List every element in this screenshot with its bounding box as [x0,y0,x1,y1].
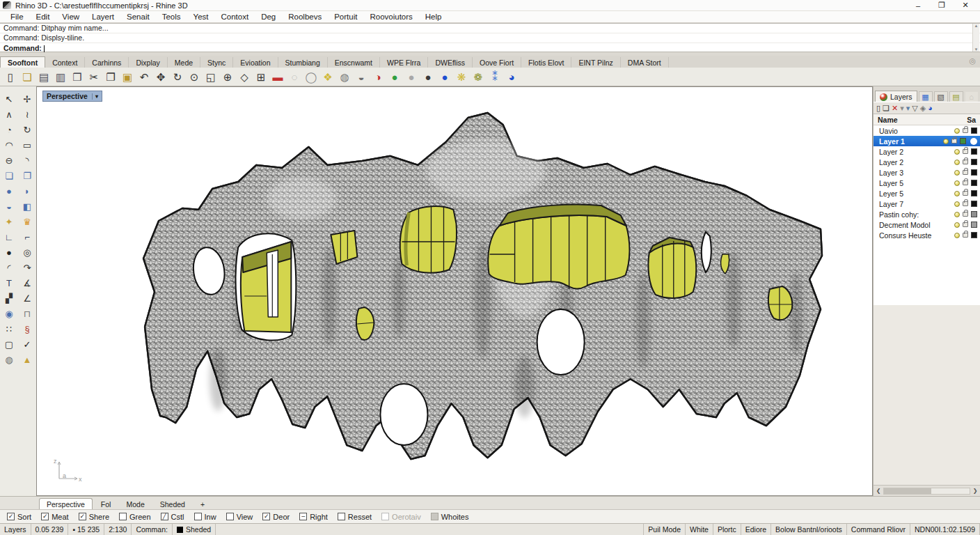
collapse-icon[interactable]: ▾ [900,104,904,112]
bulb-icon[interactable] [954,128,960,134]
display-option[interactable]: Deor [262,513,290,521]
faded-tab-icon[interactable]: ⌂ [965,91,979,102]
ribbon-tab[interactable]: EINT Pilnz [571,57,620,68]
chevron-down-icon[interactable]: ▾ [92,93,98,100]
surface-corner-icon[interactable]: ❐ [18,169,36,183]
bulb-icon[interactable] [954,222,960,228]
bulb-icon[interactable] [954,170,960,176]
dark-sphere-icon[interactable]: ● [420,70,436,84]
panel-h-scrollbar[interactable]: ❮ ❯ [874,485,980,496]
ribbon-tab[interactable]: Stumbiang [278,57,328,68]
layer-color-swatch[interactable] [971,148,977,155]
spotlight-yellow-icon[interactable]: ✦ [0,215,18,229]
bulb-icon[interactable] [954,180,960,186]
gray-sphere-icon[interactable]: ● [404,70,419,84]
pan-hand-icon[interactable]: ✥ [153,70,168,84]
red-sphere-icon[interactable]: ◑ [370,70,386,84]
joint-left-icon[interactable]: ∟ [0,230,18,245]
text-tool-icon[interactable]: T [0,276,18,290]
checkbox[interactable] [431,513,438,520]
control-curve-icon[interactable]: ≀ [18,107,36,122]
bulb-icon[interactable] [954,191,960,196]
lock-icon[interactable] [951,139,957,144]
open-folder-icon[interactable]: ❏ [19,70,35,84]
box-solid-icon[interactable]: ◧ [18,199,36,214]
checkbox[interactable] [119,513,127,520]
tabbar-corner-icon[interactable]: ◎ [969,56,976,65]
display-option[interactable]: Right [299,513,328,521]
viewport-tab[interactable]: Perspective [39,498,93,509]
bulb-icon[interactable] [954,160,960,165]
ellipsoid-icon[interactable]: ◗ [18,184,36,199]
menu-item[interactable]: View [56,13,86,21]
zoom-window-icon[interactable]: ◱ [203,70,219,84]
display-option[interactable]: Whoites [431,513,469,521]
point-light-icon[interactable]: ❖ [320,70,335,84]
status-cell[interactable]: Puil Mode [644,524,686,535]
menu-item[interactable]: Teols [156,13,187,21]
bulb-icon[interactable] [954,233,960,238]
notes-tab-icon[interactable]: ▤ [949,91,963,102]
menu-item[interactable]: Help [419,13,448,21]
layer-row[interactable]: Pastin cohy: [874,209,980,219]
polyline-icon[interactable]: ∧ [0,107,18,122]
checkbox[interactable] [226,513,234,520]
display-option[interactable]: Oerotaiv [381,513,421,521]
ribbon-tab[interactable]: Context [45,57,85,68]
copy-icon[interactable]: ❐ [103,70,118,84]
lock-icon[interactable] [963,170,968,175]
viewport-tab[interactable]: Sheded [153,499,192,509]
cylinder-gray-icon[interactable]: ◍ [0,352,18,367]
layer-color-swatch[interactable] [971,180,977,186]
minimize-button[interactable]: – [906,1,930,10]
arc-tool-icon[interactable]: ◠ [0,138,18,153]
block-tool-icon[interactable]: ▞ [0,291,18,306]
layer-filter-icon[interactable]: ◈ [920,104,926,112]
print-icon[interactable]: ▥ [53,70,68,84]
named-view-icon[interactable]: ◇ [237,70,252,84]
layer-row[interactable]: Layer 2 [874,157,980,167]
ribbon-tab[interactable]: Enscnwamt [328,57,380,68]
checkbox[interactable] [381,513,389,520]
menu-item[interactable]: Contoxt [214,13,255,21]
angle-tool-icon[interactable]: ∠ [18,291,36,306]
sphere-solid-icon[interactable]: ● [0,184,18,199]
bulb-icon[interactable] [943,139,949,144]
layer-color-swatch[interactable] [971,222,977,228]
lock-icon[interactable] [963,128,968,133]
layer-row[interactable]: Layer 5 [874,178,980,188]
render-tab-icon[interactable]: ▧ [934,91,948,102]
checkbox[interactable] [161,513,168,520]
status-cell[interactable]: ▪ 15 235 [68,524,104,535]
scroll-left-icon[interactable]: ❮ [874,488,883,494]
scroll-up-icon[interactable]: ▲ [973,24,979,28]
people-group-icon[interactable]: ⁑ [487,70,503,84]
blue-sphere-icon[interactable]: ● [437,70,452,84]
display-option[interactable]: Shere [79,513,109,521]
status-cell[interactable]: 2:130 [104,524,132,535]
scrollbar-thumb[interactable] [884,488,931,494]
display-option[interactable]: Resset [338,513,372,521]
ribbon-tab[interactable]: DWEfliss [428,57,473,68]
command-scrollbar[interactable]: ▲ ▼ [972,24,979,52]
status-cell[interactable]: Bolow Bantnl/orioots [771,524,847,535]
tab-layers[interactable]: Layers [875,91,917,102]
dimension-icon[interactable]: ∡ [18,276,36,290]
layer-row[interactable]: Layer 7 [874,199,980,209]
viewport-tab[interactable]: + [193,499,212,509]
menu-item[interactable]: Deg [255,13,282,21]
layer-color-swatch[interactable] [971,201,977,207]
layer-row[interactable]: Decment Modol [874,219,980,230]
menu-item[interactable]: Senait [120,13,156,21]
display-option[interactable]: Inw [194,513,216,521]
ribbon-tab[interactable]: Stync [200,57,233,68]
display-tab-icon[interactable]: ▦ [919,91,933,102]
menu-item[interactable]: Layert [86,13,120,21]
perspective-viewport[interactable]: Perspective ▾ [36,86,873,496]
select-circle-icon[interactable]: ◯ [303,70,319,84]
rectangle-tool-icon[interactable]: ▭ [18,138,36,153]
checkbox[interactable] [7,513,15,520]
crown-flame-icon[interactable]: ♛ [18,215,36,229]
help-sphere-icon[interactable]: ◕ [504,70,519,84]
panel-help-icon[interactable]: ◕ [928,104,933,112]
